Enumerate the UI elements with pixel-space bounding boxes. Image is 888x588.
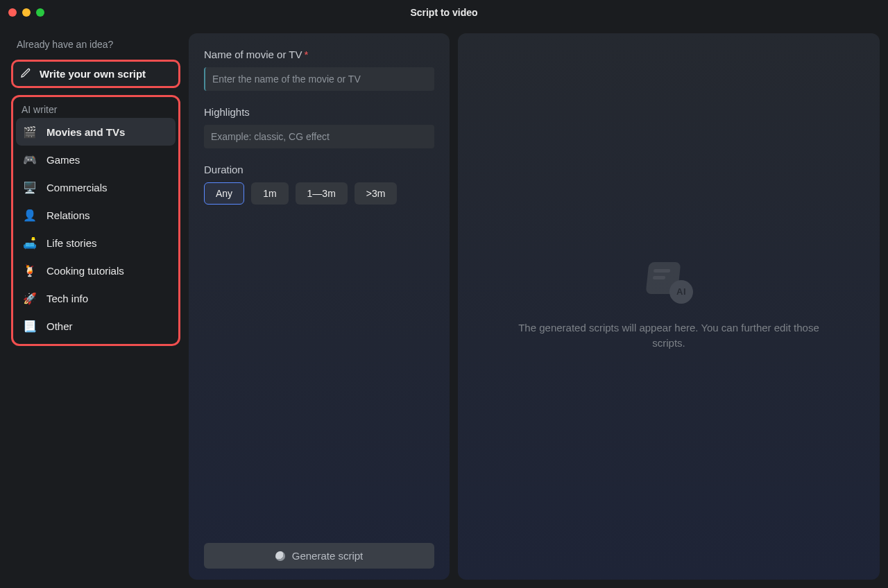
write-own-script-button[interactable]: Write your own script xyxy=(11,60,180,88)
highlights-label: Highlights xyxy=(204,106,434,118)
duration-option-3m[interactable]: >3m xyxy=(355,182,398,205)
category-item-tech-info[interactable]: 🚀Tech info xyxy=(16,284,176,312)
spinner-icon xyxy=(275,551,285,561)
empty-state-text: The generated scripts will appear here. … xyxy=(516,320,821,352)
movie-name-input[interactable] xyxy=(204,67,434,91)
category-icon: 🎬 xyxy=(23,125,37,139)
duration-label: Duration xyxy=(204,164,434,175)
category-icon: 🖥️ xyxy=(23,180,37,194)
category-icon: 🚀 xyxy=(23,291,37,305)
app-body: Already have an idea? Write your own scr… xyxy=(0,25,888,588)
duration-option-13m[interactable]: 1—3m xyxy=(296,182,348,205)
duration-option-Any[interactable]: Any xyxy=(204,182,244,205)
category-item-cooking-tutorials[interactable]: 🍹Cooking tutorials xyxy=(16,257,176,284)
category-icon: 🛋️ xyxy=(23,236,37,250)
category-icon: 🎮 xyxy=(23,153,37,166)
sidebar: Already have an idea? Write your own scr… xyxy=(8,33,180,580)
ai-writer-section: AI writer 🎬Movies and TVs🎮Games🖥️Commerc… xyxy=(11,95,180,346)
category-label: Tech info xyxy=(46,293,88,304)
highlights-input[interactable] xyxy=(204,125,434,148)
ai-badge-icon: AI xyxy=(669,280,693,304)
category-label: Life stories xyxy=(46,237,97,249)
write-own-script-label: Write your own script xyxy=(40,68,146,80)
pencil-icon xyxy=(20,67,31,80)
empty-state-graphic: AI xyxy=(644,262,693,304)
category-item-games[interactable]: 🎮Games xyxy=(16,146,176,173)
category-label: Cooking tutorials xyxy=(46,265,124,277)
app-window: Script to video Already have an idea? Wr… xyxy=(0,0,888,588)
category-label: Movies and TVs xyxy=(46,126,125,138)
highlights-field: Highlights xyxy=(204,106,434,148)
category-icon: 👤 xyxy=(23,208,37,222)
titlebar: Script to video xyxy=(0,0,888,25)
category-item-movies-and-tvs[interactable]: 🎬Movies and TVs xyxy=(16,118,176,146)
idea-heading: Already have an idea? xyxy=(11,36,180,53)
duration-option-1m[interactable]: 1m xyxy=(251,182,288,205)
category-icon: 📃 xyxy=(23,319,37,333)
name-label: Name of movie or TV* xyxy=(204,49,434,60)
duration-field: Duration Any1m1—3m>3m xyxy=(204,164,434,205)
preview-panel: AI The generated scripts will appear her… xyxy=(458,33,880,580)
category-item-other[interactable]: 📃Other xyxy=(16,312,176,340)
category-label: Other xyxy=(46,320,73,332)
category-item-life-stories[interactable]: 🛋️Life stories xyxy=(16,229,176,257)
window-title: Script to video xyxy=(0,7,888,18)
generate-label: Generate script xyxy=(292,550,364,562)
duration-chips: Any1m1—3m>3m xyxy=(204,182,434,205)
generate-script-button[interactable]: Generate script xyxy=(204,543,434,569)
form-panel: Name of movie or TV* Highlights Duration… xyxy=(189,33,450,580)
category-label: Commercials xyxy=(46,182,108,193)
category-label: Relations xyxy=(46,209,90,221)
category-item-relations[interactable]: 👤Relations xyxy=(16,201,176,229)
ai-writer-heading: AI writer xyxy=(16,101,176,118)
category-icon: 🍹 xyxy=(23,263,37,277)
category-label: Games xyxy=(46,154,80,166)
category-item-commercials[interactable]: 🖥️Commercials xyxy=(16,173,176,201)
name-field: Name of movie or TV* xyxy=(204,49,434,91)
